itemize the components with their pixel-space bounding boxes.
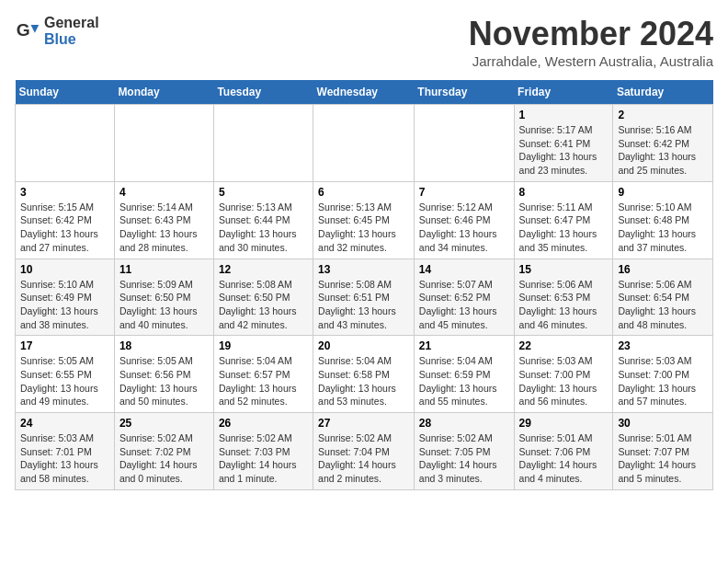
- day-number: 26: [219, 417, 308, 430]
- day-number: 2: [618, 109, 708, 121]
- calendar-cell-w2-d1: 11Sunrise: 5:09 AMSunset: 6:50 PMDayligh…: [114, 259, 213, 336]
- day-detail: Sunrise: 5:02 AMSunset: 7:02 PMDaylight:…: [119, 431, 209, 486]
- calendar-cell-w3-d5: 22Sunrise: 5:03 AMSunset: 7:00 PMDayligh…: [514, 336, 613, 413]
- day-number: 25: [119, 417, 209, 430]
- svg-marker-1: [31, 25, 40, 33]
- day-number: 16: [618, 263, 708, 276]
- day-number: 7: [419, 186, 509, 199]
- day-detail: Sunrise: 5:05 AMSunset: 6:56 PMDaylight:…: [119, 354, 209, 408]
- day-number: 22: [519, 339, 609, 352]
- header-saturday: Saturday: [613, 80, 713, 105]
- day-detail: Sunrise: 5:02 AMSunset: 7:04 PMDaylight:…: [318, 431, 409, 486]
- calendar-cell-w1-d3: 6Sunrise: 5:13 AMSunset: 6:45 PMDaylight…: [313, 181, 415, 259]
- day-detail: Sunrise: 5:10 AMSunset: 6:48 PMDaylight:…: [618, 201, 708, 255]
- calendar-cell-w0-d2: [213, 105, 313, 182]
- calendar-cell-w3-d6: 23Sunrise: 5:03 AMSunset: 7:00 PMDayligh…: [613, 336, 713, 413]
- day-detail: Sunrise: 5:11 AMSunset: 6:47 PMDaylight:…: [519, 201, 609, 255]
- calendar-cell-w2-d5: 15Sunrise: 5:06 AMSunset: 6:53 PMDayligh…: [514, 259, 613, 336]
- calendar-week-0: 1Sunrise: 5:17 AMSunset: 6:41 PMDaylight…: [16, 105, 713, 182]
- day-detail: Sunrise: 5:04 AMSunset: 6:58 PMDaylight:…: [318, 354, 409, 408]
- day-number: 18: [119, 339, 209, 352]
- subtitle: Jarrahdale, Western Australia, Australia: [469, 53, 713, 69]
- day-number: 8: [519, 186, 609, 199]
- calendar-cell-w1-d6: 9Sunrise: 5:10 AMSunset: 6:48 PMDaylight…: [613, 181, 713, 259]
- calendar-week-1: 3Sunrise: 5:15 AMSunset: 6:42 PMDaylight…: [16, 181, 713, 259]
- calendar-header: Sunday Monday Tuesday Wednesday Thursday…: [16, 80, 713, 105]
- day-number: 24: [20, 417, 109, 430]
- calendar-cell-w4-d1: 25Sunrise: 5:02 AMSunset: 7:02 PMDayligh…: [114, 413, 213, 490]
- day-number: 9: [618, 186, 708, 199]
- day-detail: Sunrise: 5:17 AMSunset: 6:41 PMDaylight:…: [519, 123, 609, 178]
- day-detail: Sunrise: 5:08 AMSunset: 6:50 PMDaylight:…: [219, 278, 308, 332]
- day-number: 21: [419, 339, 509, 352]
- page-header: G General Blue November 2024 Jarrahdale,…: [15, 15, 713, 69]
- day-detail: Sunrise: 5:06 AMSunset: 6:53 PMDaylight:…: [519, 278, 609, 332]
- day-number: 20: [318, 339, 409, 352]
- day-number: 23: [618, 339, 708, 352]
- day-number: 3: [20, 186, 109, 199]
- calendar-cell-w1-d0: 3Sunrise: 5:15 AMSunset: 6:42 PMDaylight…: [16, 181, 115, 259]
- header-wednesday: Wednesday: [313, 80, 415, 105]
- day-detail: Sunrise: 5:04 AMSunset: 6:57 PMDaylight:…: [219, 354, 308, 408]
- calendar-table: Sunday Monday Tuesday Wednesday Thursday…: [15, 80, 713, 490]
- logo-blue: Blue: [44, 31, 99, 48]
- calendar-cell-w2-d4: 14Sunrise: 5:07 AMSunset: 6:52 PMDayligh…: [414, 259, 514, 336]
- calendar-cell-w2-d2: 12Sunrise: 5:08 AMSunset: 6:50 PMDayligh…: [213, 259, 313, 336]
- calendar-cell-w2-d0: 10Sunrise: 5:10 AMSunset: 6:49 PMDayligh…: [16, 259, 115, 336]
- header-tuesday: Tuesday: [213, 80, 313, 105]
- day-number: 11: [119, 263, 209, 276]
- day-number: 17: [20, 339, 109, 352]
- day-detail: Sunrise: 5:14 AMSunset: 6:43 PMDaylight:…: [119, 201, 209, 255]
- day-number: 5: [219, 186, 308, 199]
- day-number: 28: [419, 417, 509, 430]
- calendar-cell-w4-d5: 29Sunrise: 5:01 AMSunset: 7:06 PMDayligh…: [514, 413, 613, 490]
- day-detail: Sunrise: 5:03 AMSunset: 7:01 PMDaylight:…: [20, 431, 109, 486]
- calendar-cell-w2-d6: 16Sunrise: 5:06 AMSunset: 6:54 PMDayligh…: [613, 259, 713, 336]
- calendar-cell-w4-d0: 24Sunrise: 5:03 AMSunset: 7:01 PMDayligh…: [16, 413, 115, 490]
- day-number: 29: [519, 417, 609, 430]
- header-sunday: Sunday: [16, 80, 115, 105]
- calendar-cell-w1-d5: 8Sunrise: 5:11 AMSunset: 6:47 PMDaylight…: [514, 181, 613, 259]
- calendar-cell-w3-d2: 19Sunrise: 5:04 AMSunset: 6:57 PMDayligh…: [213, 336, 313, 413]
- day-detail: Sunrise: 5:10 AMSunset: 6:49 PMDaylight:…: [20, 278, 109, 332]
- logo-icon: G: [15, 18, 40, 44]
- logo: G General Blue: [15, 15, 99, 47]
- calendar-cell-w0-d6: 2Sunrise: 5:16 AMSunset: 6:42 PMDaylight…: [613, 105, 713, 182]
- day-detail: Sunrise: 5:07 AMSunset: 6:52 PMDaylight:…: [419, 278, 509, 332]
- day-number: 14: [419, 263, 509, 276]
- calendar-cell-w3-d4: 21Sunrise: 5:04 AMSunset: 6:59 PMDayligh…: [414, 336, 514, 413]
- svg-text:G: G: [17, 20, 30, 40]
- day-detail: Sunrise: 5:09 AMSunset: 6:50 PMDaylight:…: [119, 278, 209, 332]
- calendar-cell-w4-d6: 30Sunrise: 5:01 AMSunset: 7:07 PMDayligh…: [613, 413, 713, 490]
- calendar-cell-w4-d3: 27Sunrise: 5:02 AMSunset: 7:04 PMDayligh…: [313, 413, 415, 490]
- calendar-cell-w0-d1: [114, 105, 213, 182]
- calendar-cell-w1-d2: 5Sunrise: 5:13 AMSunset: 6:44 PMDaylight…: [213, 181, 313, 259]
- day-number: 12: [219, 263, 308, 276]
- calendar-cell-w0-d5: 1Sunrise: 5:17 AMSunset: 6:41 PMDaylight…: [514, 105, 613, 182]
- logo-general: General: [44, 15, 99, 31]
- logo-text: General Blue: [44, 15, 99, 47]
- day-detail: Sunrise: 5:13 AMSunset: 6:44 PMDaylight:…: [219, 201, 308, 255]
- day-number: 1: [519, 109, 609, 121]
- day-number: 30: [618, 417, 708, 430]
- header-monday: Monday: [114, 80, 213, 105]
- day-number: 10: [20, 263, 109, 276]
- header-friday: Friday: [514, 80, 613, 105]
- day-detail: Sunrise: 5:16 AMSunset: 6:42 PMDaylight:…: [618, 123, 708, 178]
- calendar-week-3: 17Sunrise: 5:05 AMSunset: 6:55 PMDayligh…: [16, 336, 713, 413]
- calendar-cell-w0-d3: [313, 105, 415, 182]
- day-detail: Sunrise: 5:04 AMSunset: 6:59 PMDaylight:…: [419, 354, 509, 408]
- day-number: 15: [519, 263, 609, 276]
- header-thursday: Thursday: [414, 80, 514, 105]
- day-detail: Sunrise: 5:02 AMSunset: 7:03 PMDaylight:…: [219, 431, 308, 486]
- day-detail: Sunrise: 5:03 AMSunset: 7:00 PMDaylight:…: [519, 354, 609, 408]
- title-block: November 2024 Jarrahdale, Western Austra…: [469, 15, 713, 69]
- day-detail: Sunrise: 5:01 AMSunset: 7:07 PMDaylight:…: [618, 431, 708, 486]
- day-detail: Sunrise: 5:02 AMSunset: 7:05 PMDaylight:…: [419, 431, 509, 486]
- day-detail: Sunrise: 5:05 AMSunset: 6:55 PMDaylight:…: [20, 354, 109, 408]
- calendar-cell-w1-d4: 7Sunrise: 5:12 AMSunset: 6:46 PMDaylight…: [414, 181, 514, 259]
- day-number: 6: [318, 186, 409, 199]
- calendar-cell-w4-d2: 26Sunrise: 5:02 AMSunset: 7:03 PMDayligh…: [213, 413, 313, 490]
- calendar-cell-w1-d1: 4Sunrise: 5:14 AMSunset: 6:43 PMDaylight…: [114, 181, 213, 259]
- calendar-cell-w3-d1: 18Sunrise: 5:05 AMSunset: 6:56 PMDayligh…: [114, 336, 213, 413]
